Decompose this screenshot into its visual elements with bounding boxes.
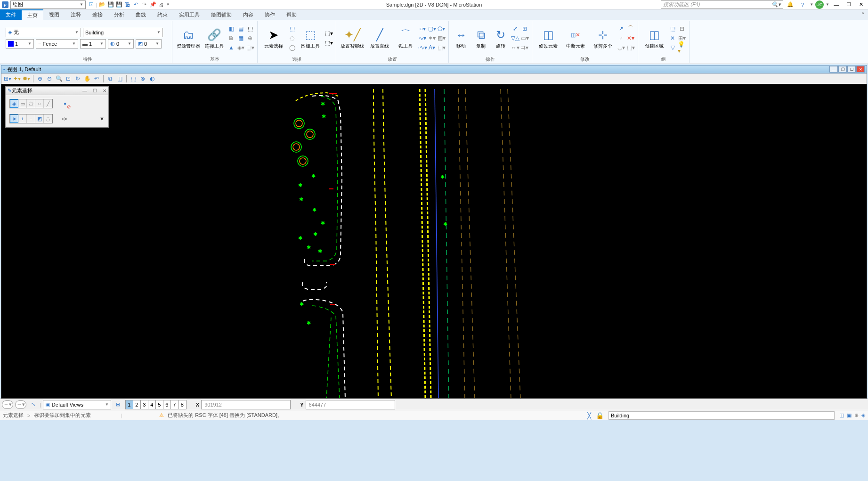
view-num-2[interactable]: 2 [133,400,141,409]
text-icon[interactable]: A▾ [428,43,436,52]
view-minimize-button[interactable]: — [829,66,838,73]
display-style-icon[interactable]: ✦▾ [13,74,21,83]
compress-icon[interactable]: 🗜 [124,1,131,8]
group-icon[interactable]: ⬚ [668,24,677,33]
user-badge[interactable]: UC [815,0,824,9]
view-num-6[interactable]: 6 [163,400,171,409]
fillet-icon[interactable]: ⌒ [626,24,635,33]
arc-button[interactable]: ⌒ 弧工具 [394,26,417,49]
view-num-8[interactable]: 8 [178,400,186,409]
nav-forward-button[interactable]: →▾ [15,400,26,409]
template-dropdown[interactable]: Building ▼ [83,28,163,37]
curve-icon[interactable]: ∿▾ [418,34,427,42]
block-icon[interactable]: ▢▾ [428,24,436,33]
tab-attach[interactable]: 连接 [87,9,108,20]
zoom-area-icon[interactable]: ⊕ [36,74,44,83]
save-settings-icon[interactable]: 💾 [115,1,123,8]
view-groups-dropdown[interactable]: ▣ Default Views ▼ [43,400,111,409]
adjust-icon[interactable]: ✹▾ [22,74,31,83]
view-num-4[interactable]: 4 [148,400,156,409]
attach-tools-button[interactable]: 🔗 连接工具 [203,26,226,49]
drawing-canvas[interactable]: ✎ 元素选择 — ☐ ✕ ◈ ▭ ⬠ ○ ╱ ▪ ⊘ [1,84,867,399]
view-maximize-button[interactable]: ☐ [847,66,856,73]
prev-view-icon[interactable]: ↶ [92,74,101,83]
pin-icon[interactable]: 📌 [149,1,157,8]
view-setup-icon[interactable]: ◫ [115,74,124,83]
tab-drawing-aids[interactable]: 绘图辅助 [205,9,237,20]
tab-collaborate[interactable]: 协作 [259,9,281,20]
fence-type-icon[interactable]: ⬚▾ [324,29,333,38]
ribbon-collapse-icon[interactable]: ^ [858,9,868,20]
priority-dropdown[interactable]: ◩ 0▼ [136,39,162,49]
tab-utilities[interactable]: 实用工具 [173,9,205,20]
color-dropdown[interactable]: 1▼ [6,39,34,49]
view-close-button[interactable]: ✕ [856,66,865,73]
view-num-7[interactable]: 7 [171,400,178,409]
modify-elem-button[interactable]: ◫ 修改元素 [535,26,561,49]
tab-help[interactable]: 帮助 [281,9,302,20]
tab-content[interactable]: 内容 [237,9,259,20]
scale-icon[interactable]: ◫ [839,412,844,418]
fence-mode-icon[interactable]: ⬚▾ [324,39,333,47]
levels-icon[interactable]: ▤ [236,24,245,33]
acs-icon[interactable]: ◈ [861,412,865,418]
open-icon[interactable]: 📂 [98,1,106,8]
tab-annotate[interactable]: 注释 [65,9,87,20]
clip-volume-icon[interactable]: ⬚ [129,74,138,83]
array-icon[interactable]: ⊞ [520,24,529,33]
tab-file[interactable]: 文件 [0,9,22,20]
display-icon[interactable]: ▦ [236,34,245,42]
rotate-view-icon[interactable]: ↻ [73,74,82,83]
undo-icon[interactable]: ↶ [132,1,140,8]
view-num-1[interactable]: 1 [126,400,133,409]
tab-view[interactable]: 视图 [43,9,65,20]
fit-view-icon[interactable]: ⊡ [64,74,73,83]
clip-element-icon[interactable]: ◐ [148,74,156,83]
keyin-icon[interactable]: ⬚ [246,24,254,33]
explorer-button[interactable]: 🗂 资源管理器 [175,26,202,49]
level-dropdown[interactable]: ◈ 无 ▼ [6,28,81,37]
pan-nav-icon[interactable]: ⤡ [28,401,38,408]
nav-back-button[interactable]: ←▾ [2,400,13,409]
fence-tools-button[interactable]: ⬚ 围栅工具 [297,26,324,49]
minimize-button[interactable]: — [831,0,842,9]
point-icon[interactable]: ·∿▾ [418,43,427,52]
more-icon[interactable]: ⬚▾ [246,43,254,52]
view-restore-button[interactable]: ❐ [838,66,847,73]
trim-button[interactable]: ⊹ 修剪多个 [590,26,616,49]
tab-analyze[interactable]: 分析 [108,9,130,20]
lineweight-dropdown[interactable]: ▬ 1▼ [80,39,106,49]
break-elem-button[interactable]: ◫✕ 中断元素 [562,26,589,49]
tab-home[interactable]: 主页 [22,9,43,20]
stretch-icon[interactable]: ↔▾ [511,43,519,52]
copy-view-icon[interactable]: ⧉ [106,74,114,83]
view-attrs-icon[interactable]: ⊞▾ [3,74,12,83]
linestyle-dropdown[interactable]: ≡ Fence▼ [36,39,78,49]
select-none-icon[interactable]: ◌ [288,34,296,42]
lock-icon[interactable]: 🔒 [596,412,604,419]
mirror-icon[interactable]: ▽△ [511,34,519,42]
view-arrange-icon[interactable]: ⊞ [113,401,123,408]
graphic-group-icon[interactable]: ✕ [668,34,677,42]
scale-icon[interactable]: ⤢ [511,24,519,33]
select-all-icon[interactable]: ⬚ [288,24,296,33]
coords-icon[interactable]: ⊕ [246,34,254,42]
running-coords-icon[interactable]: ⊕ [854,412,859,418]
smartline-button[interactable]: ✦╱ 放置智能线 [339,26,365,49]
x-coord-input[interactable]: 901912 [201,400,291,409]
offset-icon[interactable]: ⇉▾ [520,43,529,52]
view-num-3[interactable]: 3 [141,400,148,409]
pattern-icon[interactable]: ⬚▾ [437,43,446,52]
copy-button[interactable]: ⧉ 复制 [471,26,490,49]
tab-constraints[interactable]: 约束 [152,9,173,20]
polygon-icon[interactable]: ⬠▾ [437,24,446,33]
save-icon[interactable]: 💾 [107,1,114,8]
checkbox-icon[interactable]: ☑ [88,1,95,8]
level-mgr-icon[interactable]: ◈▾ [236,43,245,52]
move-button[interactable]: ↔ 移动 [452,26,471,49]
element-select-button[interactable]: ➤ 元素选择 [260,26,287,49]
redo-icon[interactable]: ↷ [141,1,148,8]
view-num-5[interactable]: 5 [156,400,163,409]
ungroup-icon[interactable]: ⊟ [678,24,686,33]
align-icon[interactable]: ▭▾ [520,34,529,42]
